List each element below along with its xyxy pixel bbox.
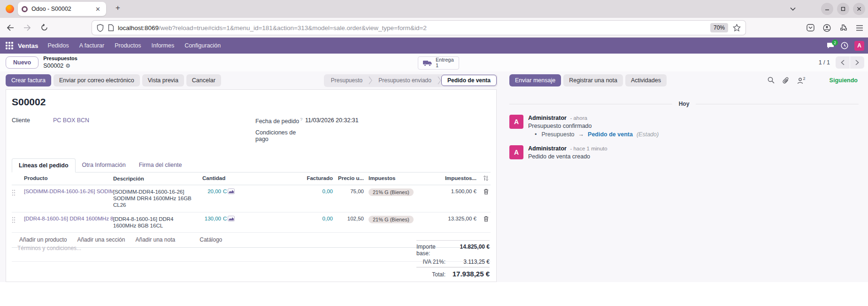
menu-pedidos[interactable]: Pedidos <box>48 42 69 49</box>
drag-handle-icon[interactable] <box>12 216 24 223</box>
log-note-button[interactable]: Registrar una nota <box>563 74 623 86</box>
messages-icon[interactable]: 2 <box>826 42 835 49</box>
account-icon[interactable] <box>823 24 831 32</box>
firefox-icon[interactable] <box>6 5 14 13</box>
delete-line-icon[interactable] <box>476 188 491 195</box>
create-invoice-button[interactable]: Crear factura <box>6 74 51 86</box>
order-line-row[interactable]: [DDR4-8-1600-16] DDR4 1600MHz 8GB [DDR4-… <box>12 212 491 233</box>
stage-pedido-de-venta[interactable]: Pedido de venta <box>441 75 497 86</box>
tab-order-lines[interactable]: Líneas del pedido <box>12 158 76 173</box>
notebook-tabs: Líneas del pedido Otra Información Firma… <box>12 158 491 173</box>
col-header-description[interactable]: Descripción <box>113 175 197 182</box>
col-header-unit-price[interactable]: Precio u... <box>333 175 364 181</box>
invoiced-value[interactable]: 0,00 <box>302 216 333 221</box>
forecast-chart-icon[interactable] <box>228 216 235 221</box>
main-content: S00002 Cliente PC BOX BCN Fecha de pedid… <box>0 89 868 282</box>
maximize-button[interactable] <box>837 3 849 15</box>
col-header-product[interactable]: Producto <box>24 175 113 181</box>
delivery-stat-button[interactable]: Entrega1 <box>418 56 459 70</box>
pager-next-icon[interactable] <box>850 56 864 69</box>
menu-productos[interactable]: Productos <box>115 42 141 49</box>
stage-presupuesto[interactable]: Presupuesto <box>325 77 369 84</box>
forecast-chart-icon[interactable] <box>228 188 235 194</box>
menu-informes[interactable]: Informes <box>152 42 175 49</box>
back-icon[interactable] <box>4 21 17 34</box>
quantity-value[interactable]: 20,00 <box>197 188 221 194</box>
breadcrumb-parent[interactable]: Presupuestos <box>43 55 77 61</box>
activities-clock-icon[interactable] <box>841 42 848 49</box>
apps-grid-icon[interactable] <box>6 42 13 49</box>
delete-line-icon[interactable] <box>476 216 491 222</box>
unit-price-value[interactable]: 75,00 <box>333 188 364 194</box>
menu-configuracion[interactable]: Configuración <box>184 42 221 49</box>
shield-icon[interactable] <box>97 24 104 32</box>
url-text[interactable]: localhost:8069/web?reload=true#cids=1&me… <box>118 24 710 31</box>
reload-icon[interactable] <box>38 21 51 34</box>
tab-close-icon[interactable]: ✕ <box>93 5 102 14</box>
product-link[interactable]: [DDR4-8-1600-16] DDR4 1600MHz 8GB <box>24 216 113 221</box>
tab-other-info[interactable]: Otra Información <box>76 158 132 172</box>
minimize-button[interactable] <box>821 3 833 15</box>
bookmark-star-icon[interactable] <box>733 24 741 31</box>
new-tab-button[interactable]: + <box>112 3 124 13</box>
tax-badge[interactable]: 21% G (Bienes) <box>369 216 414 223</box>
col-header-taxes[interactable]: Impuestos <box>364 175 416 181</box>
cancel-button[interactable]: Cancelar <box>186 74 221 86</box>
pager-previous-icon[interactable] <box>836 56 850 69</box>
user-avatar[interactable]: A <box>854 41 864 51</box>
search-messages-icon[interactable] <box>768 77 775 84</box>
browser-tab[interactable]: Odoo - S00002 ✕ <box>18 2 106 16</box>
forward-icon[interactable] <box>21 21 34 34</box>
col-header-subtotal[interactable]: Impuestos... <box>416 175 476 181</box>
add-product-link[interactable]: Añadir un producto <box>19 236 67 243</box>
col-header-quantity[interactable]: Cantidad <box>197 175 239 181</box>
message-author[interactable]: Administrator <box>528 115 567 121</box>
record-title[interactable]: S00002 <box>12 96 491 108</box>
stage-presupuesto-enviado[interactable]: Presupuesto enviado <box>372 77 438 84</box>
menu-a-facturar[interactable]: A facturar <box>79 42 105 49</box>
send-by-email-button[interactable]: Enviar por correo electrónico <box>54 74 140 86</box>
line-description[interactable]: [SODIMM-DDR4-1600-16-26] SODIMM DRR4 160… <box>113 188 197 209</box>
unit-price-value[interactable]: 102,50 <box>333 216 364 221</box>
tax-badge[interactable]: 21% G (Bienes) <box>369 188 414 196</box>
customer-value[interactable]: PC BOX BCN <box>53 117 89 124</box>
optional-columns-icon[interactable] <box>476 175 491 181</box>
add-note-link[interactable]: Añadir una nota <box>135 236 175 243</box>
tab-list-chevron-icon[interactable] <box>790 7 796 11</box>
message-author[interactable]: Administrator <box>528 145 567 152</box>
extensions-icon[interactable] <box>839 24 847 32</box>
add-section-link[interactable]: Añadir una sección <box>77 236 125 243</box>
new-button[interactable]: Nuevo <box>6 56 38 69</box>
zoom-level-chip[interactable]: 70% <box>710 23 728 32</box>
terms-placeholder[interactable]: Términos y condiciones... <box>17 245 81 251</box>
avatar[interactable]: A <box>509 115 523 129</box>
following-toggle[interactable]: Siguiendo <box>830 77 858 84</box>
tracking-old-value: Presupuesto <box>541 131 574 138</box>
preview-button[interactable]: Vista previa <box>142 74 184 86</box>
breadcrumb-current: S00002 <box>43 63 63 69</box>
close-button[interactable] <box>853 3 865 15</box>
quantity-value[interactable]: 130,00 <box>197 216 221 221</box>
order-date-value[interactable]: 11/03/2026 20:32:31 <box>305 117 359 125</box>
send-message-button[interactable]: Enviar mensaje <box>509 74 561 86</box>
avatar[interactable]: A <box>509 145 523 159</box>
invoiced-value[interactable]: 0,00 <box>302 188 333 194</box>
tab-customer-signature[interactable]: Firma del cliente <box>132 158 189 172</box>
action-gear-icon[interactable]: ⚙ <box>65 63 70 69</box>
catalog-link[interactable]: Catálogo <box>200 236 222 243</box>
page-info-icon[interactable] <box>108 24 114 31</box>
product-link[interactable]: [SODIMM-DDR4-1600-16-26] SODIMM <box>24 188 113 194</box>
attachment-paperclip-icon[interactable] <box>783 77 789 84</box>
col-header-invoiced[interactable]: Facturado <box>302 175 333 181</box>
untaxed-amount-label: Importe base: <box>416 243 448 257</box>
menu-hamburger-icon[interactable] <box>856 25 863 31</box>
activities-button[interactable]: Actividades <box>625 74 667 86</box>
pocket-icon[interactable] <box>807 24 814 31</box>
drag-handle-icon[interactable] <box>12 188 24 196</box>
order-line-row[interactable]: [SODIMM-DDR4-1600-16-26] SODIMM [SODIMM-… <box>12 185 491 212</box>
line-description[interactable]: [DDR4-8-1600-16] DDR4 1600MHz 8GB 16CL <box>113 216 197 229</box>
table-header-row: Producto Descripción Cantidad Facturado … <box>12 173 491 185</box>
app-menu-ventas[interactable]: Ventas <box>18 42 38 49</box>
url-bar[interactable]: localhost:8069/web?reload=true#cids=1&me… <box>92 21 745 35</box>
followers-icon[interactable]: 2 <box>797 76 806 85</box>
